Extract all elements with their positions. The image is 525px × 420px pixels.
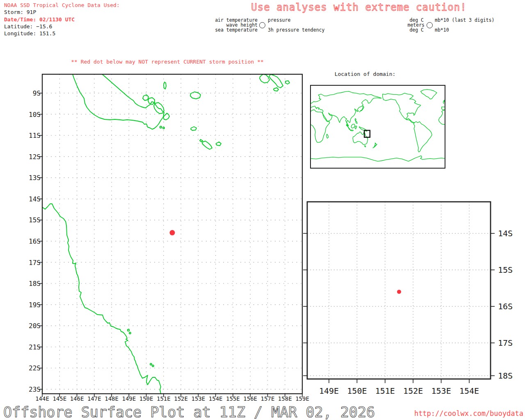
axis-tick-label: 147E <box>87 395 101 402</box>
island <box>200 139 203 142</box>
world-coastlines <box>310 89 445 161</box>
axis-tick-label: 148E <box>105 395 119 402</box>
island <box>128 329 130 331</box>
header-storm-id: Storm: 91P <box>4 9 36 15</box>
island <box>164 82 166 89</box>
axis-tick-label: 21S <box>29 343 41 351</box>
island <box>160 126 162 128</box>
axis-tick-label: 15S <box>498 265 513 275</box>
island <box>129 332 131 334</box>
axis-tick-label: 149E <box>122 395 136 402</box>
zoom-map <box>303 202 495 383</box>
island <box>269 74 283 88</box>
island <box>202 141 212 149</box>
axis-tick-label: 22S <box>29 364 41 372</box>
legend-pressure: pressure <box>268 17 290 23</box>
source-url: http://coolwx.com/buoydata <box>414 409 523 418</box>
legend-unit-mb-bottom: mb*10 <box>435 27 449 33</box>
axis-tick-label: 10S <box>29 110 41 118</box>
axis-tick-label: 12S <box>29 153 41 160</box>
main-map-coastlines <box>42 74 290 394</box>
legend-unit-mb-top: mb*10 (last 3 digits) <box>435 17 494 23</box>
island <box>274 88 278 91</box>
axis-tick-label: 154E <box>459 386 479 396</box>
island <box>216 142 221 146</box>
main-map-ticks <box>39 93 302 397</box>
axis-tick-label: 14S <box>29 195 41 203</box>
axis-tick-label: 17S <box>29 258 41 266</box>
axis-tick-label: 159E <box>295 395 309 402</box>
island <box>285 81 290 84</box>
axis-tick-label: 19S <box>29 301 41 308</box>
island <box>163 127 164 129</box>
header-source-line: NOAA SSD Tropical Cyclone Data Used: <box>4 2 120 8</box>
island <box>148 98 155 105</box>
island <box>260 74 269 83</box>
storm-position-dot <box>169 230 175 235</box>
axis-tick-label: 157E <box>261 395 275 402</box>
axis-tick-label: 151E <box>375 386 395 396</box>
header-longitude: Longitude: 151.5 <box>4 30 55 37</box>
axis-tick-label: 150E <box>347 386 367 396</box>
axis-tick-label: 154E <box>209 395 223 402</box>
world-inset-map <box>310 85 445 168</box>
axis-tick-label: 155E <box>226 395 240 402</box>
storm-position-warning: ** Red dot below may NOT represent CURRE… <box>71 59 264 65</box>
caution-banner: Use analyses with extreme caution! <box>251 2 466 13</box>
zoom-map-ticks <box>303 233 495 383</box>
axis-tick-label: 18S <box>29 280 41 288</box>
axis-tick-label: 18S <box>498 371 513 381</box>
storm-position-dot-zoom <box>397 290 401 294</box>
legend-pressure-tendency: 3h pressure tendency <box>268 27 324 33</box>
island <box>150 363 152 365</box>
axis-tick-label: 146E <box>70 395 84 402</box>
axis-tick-label: 152E <box>403 386 423 396</box>
axis-tick-label: 15S <box>29 216 41 224</box>
legend-sea-temperature: sea temperature <box>215 27 258 33</box>
axis-tick-label: 20S <box>29 322 41 330</box>
station-circle-icon <box>259 22 265 28</box>
axis-tick-label: 14S <box>498 228 513 238</box>
queensland-coastline <box>42 204 161 394</box>
axis-tick-label: 152E <box>174 395 188 402</box>
header-datetime: Date/Time: 02/1130 UTC <box>4 16 75 23</box>
axis-tick-label: 11S <box>29 132 41 139</box>
axis-tick-label: 23S <box>29 385 41 393</box>
axis-tick-label: 145E <box>52 395 66 402</box>
axis-tick-label: 153E <box>192 395 205 402</box>
island <box>143 95 148 100</box>
island <box>152 365 154 367</box>
axis-tick-label: 153E <box>431 386 451 396</box>
axis-tick-label: 9S <box>33 89 41 97</box>
legend-unit-degc-bottom: deg C <box>409 27 424 33</box>
header-latitude: Latitude: −15.6 <box>4 23 52 30</box>
station-circle-icon <box>427 22 433 28</box>
axis-tick-label: 156E <box>243 395 257 402</box>
axis-tick-label: 16S <box>29 237 41 245</box>
axis-tick-label: 13S <box>29 174 41 182</box>
axis-tick-label: 17S <box>498 338 513 348</box>
main-map <box>39 74 302 397</box>
axis-tick-label: 144E <box>35 395 49 402</box>
axis-tick-label: 151E <box>157 395 171 402</box>
axis-tick-label: 150E <box>139 395 153 402</box>
footer-plot-title: Offshore Surface Plot at 11Z / MAR 02, 2… <box>3 404 375 420</box>
axis-tick-label: 149E <box>319 386 339 396</box>
inset-title: Location of domain: <box>335 71 396 77</box>
axis-tick-label: 16S <box>498 301 513 311</box>
axis-tick-label: 158E <box>278 395 292 402</box>
island <box>190 92 201 99</box>
island <box>191 127 196 130</box>
